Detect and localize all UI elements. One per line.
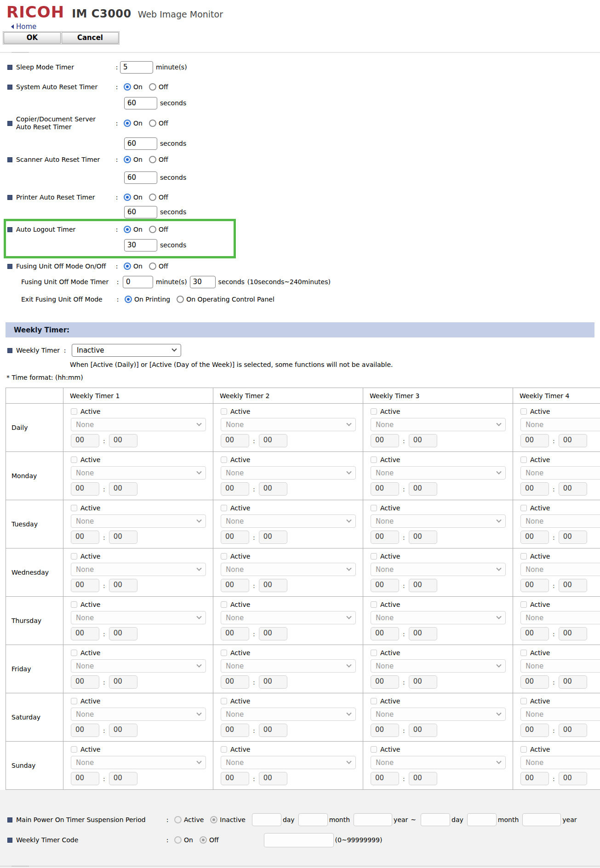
timer-type-select[interactable]: None: [71, 563, 206, 576]
hour-input[interactable]: 00: [221, 531, 249, 544]
off-radio[interactable]: [149, 194, 156, 201]
timer-type-select[interactable]: None: [371, 418, 506, 431]
hour-input[interactable]: 00: [371, 579, 399, 592]
active-checkbox[interactable]: [371, 457, 377, 463]
active-checkbox[interactable]: [71, 457, 77, 463]
timer-type-select[interactable]: None: [520, 708, 600, 721]
end-year-input[interactable]: [522, 813, 561, 826]
copier-seconds-input[interactable]: 60: [124, 137, 157, 150]
start-month-input[interactable]: [298, 813, 328, 826]
hour-input[interactable]: 00: [371, 482, 399, 496]
weekly-timer-code-input[interactable]: [264, 833, 334, 847]
hour-input[interactable]: 00: [221, 627, 249, 640]
timer-type-select[interactable]: None: [71, 708, 206, 721]
on-radio[interactable]: [124, 120, 131, 127]
hour-input[interactable]: 00: [71, 675, 99, 689]
active-checkbox[interactable]: [520, 601, 527, 608]
hour-input[interactable]: 00: [221, 772, 249, 785]
minute-input[interactable]: 00: [409, 434, 437, 447]
hour-input[interactable]: 00: [520, 482, 549, 496]
hour-input[interactable]: 00: [221, 434, 249, 447]
timer-type-select[interactable]: None: [520, 563, 600, 576]
hour-input[interactable]: 00: [71, 627, 99, 640]
minute-input[interactable]: 00: [559, 482, 587, 496]
minute-input[interactable]: 00: [109, 434, 137, 447]
on-radio[interactable]: [124, 226, 131, 233]
hour-input[interactable]: 00: [371, 627, 399, 640]
minute-input[interactable]: 00: [109, 772, 137, 785]
active-checkbox[interactable]: [520, 457, 527, 463]
timer-type-select[interactable]: None: [71, 659, 206, 673]
timer-type-select[interactable]: None: [221, 563, 356, 576]
hour-input[interactable]: 00: [520, 531, 549, 544]
timer-type-select[interactable]: None: [520, 466, 600, 480]
hour-input[interactable]: 00: [221, 579, 249, 592]
minute-input[interactable]: 00: [559, 772, 587, 785]
active-checkbox[interactable]: [520, 505, 527, 511]
minute-input[interactable]: 00: [559, 579, 587, 592]
minute-input[interactable]: 00: [109, 627, 137, 640]
timer-type-select[interactable]: None: [221, 514, 356, 528]
minute-input[interactable]: 00: [409, 772, 437, 785]
system-seconds-input[interactable]: 60: [124, 97, 157, 109]
hour-input[interactable]: 00: [371, 675, 399, 689]
minute-input[interactable]: 00: [559, 531, 587, 544]
hour-input[interactable]: 00: [221, 724, 249, 737]
minute-input[interactable]: 00: [559, 627, 587, 640]
on-radio[interactable]: [124, 156, 131, 163]
home-link[interactable]: Home: [16, 23, 36, 31]
active-checkbox[interactable]: [71, 601, 77, 608]
active-checkbox[interactable]: [221, 553, 227, 560]
active-radio[interactable]: [174, 816, 182, 823]
minute-input[interactable]: 00: [409, 724, 437, 737]
timer-type-select[interactable]: None: [371, 756, 506, 769]
fusing-minutes-input[interactable]: 0: [123, 276, 153, 288]
hour-input[interactable]: 00: [520, 434, 549, 447]
hour-input[interactable]: 00: [520, 772, 549, 785]
hour-input[interactable]: 00: [520, 724, 549, 737]
timer-type-select[interactable]: None: [71, 418, 206, 431]
timer-type-select[interactable]: None: [221, 418, 356, 431]
timer-type-select[interactable]: None: [371, 466, 506, 480]
off-radio[interactable]: [149, 263, 156, 270]
timer-type-select[interactable]: None: [520, 418, 600, 431]
minute-input[interactable]: 00: [559, 675, 587, 689]
active-checkbox[interactable]: [71, 553, 77, 560]
on-radio[interactable]: [174, 836, 182, 844]
hour-input[interactable]: 00: [520, 675, 549, 689]
timer-type-select[interactable]: None: [520, 659, 600, 673]
active-checkbox[interactable]: [221, 505, 227, 511]
ok-button-top[interactable]: OK: [4, 32, 61, 44]
printer-seconds-input[interactable]: 60: [124, 206, 157, 218]
active-checkbox[interactable]: [371, 505, 377, 511]
active-checkbox[interactable]: [71, 650, 77, 656]
timer-type-select[interactable]: None: [371, 708, 506, 721]
hour-input[interactable]: 00: [71, 434, 99, 447]
timer-type-select[interactable]: None: [520, 756, 600, 769]
hour-input[interactable]: 00: [221, 482, 249, 496]
active-checkbox[interactable]: [371, 650, 377, 656]
end-day-input[interactable]: [421, 813, 450, 826]
timer-type-select[interactable]: None: [71, 514, 206, 528]
start-year-input[interactable]: [354, 813, 392, 826]
timer-type-select[interactable]: None: [371, 563, 506, 576]
active-checkbox[interactable]: [520, 553, 527, 560]
minute-input[interactable]: 00: [409, 531, 437, 544]
active-checkbox[interactable]: [371, 408, 377, 415]
hour-input[interactable]: 00: [71, 482, 99, 496]
fusing-seconds-input[interactable]: 30: [190, 276, 216, 288]
hour-input[interactable]: 00: [371, 531, 399, 544]
active-checkbox[interactable]: [520, 408, 527, 415]
hour-input[interactable]: 00: [71, 579, 99, 592]
hour-input[interactable]: 00: [520, 627, 549, 640]
scanner-seconds-input[interactable]: 60: [124, 171, 157, 184]
on-printing-radio[interactable]: [125, 296, 132, 303]
active-checkbox[interactable]: [520, 746, 527, 753]
active-checkbox[interactable]: [71, 505, 77, 511]
minute-input[interactable]: 00: [259, 482, 287, 496]
off-radio[interactable]: [200, 836, 207, 844]
timer-type-select[interactable]: None: [371, 659, 506, 673]
active-checkbox[interactable]: [520, 698, 527, 704]
on-radio[interactable]: [124, 194, 131, 201]
active-checkbox[interactable]: [71, 408, 77, 415]
